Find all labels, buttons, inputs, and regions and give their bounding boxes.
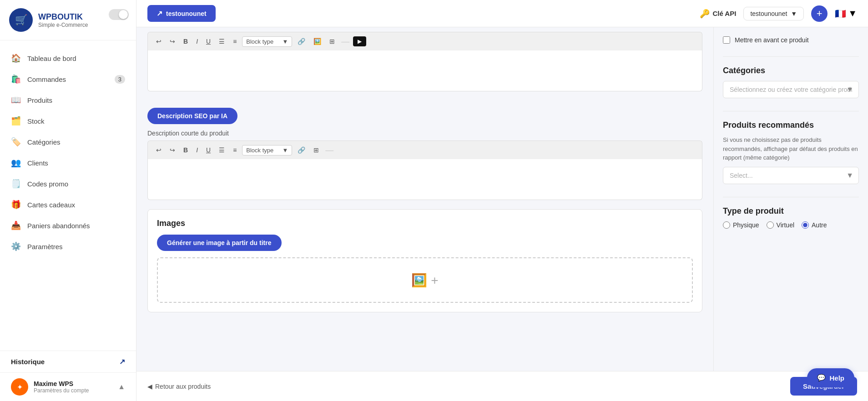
type-physique-radio[interactable] bbox=[723, 221, 730, 229]
recommended-section: Produits recommandés Si vous ne choisiss… bbox=[723, 120, 859, 184]
italic-button[interactable]: I bbox=[193, 145, 201, 155]
chevron-down-icon: ▼ bbox=[282, 147, 288, 154]
categories-select[interactable]: Sélectionnez ou créez votre catégorie pr… bbox=[723, 81, 859, 98]
sidebar-toggle[interactable] bbox=[109, 9, 129, 20]
key-icon: 🔑 bbox=[700, 9, 710, 19]
redo-button[interactable]: ↪ bbox=[167, 36, 178, 47]
content-area: ↩ ↪ B I U ☰ ≡ Block type ▼ 🔗 🖼️ ⊞ bbox=[136, 27, 868, 371]
products-icon: 📖 bbox=[11, 95, 21, 105]
divider-3 bbox=[723, 197, 859, 197]
main-wrapper: ↗ testounounet 🔑 Clé API testounounet ▼ … bbox=[136, 0, 868, 401]
categories-icon: 🏷️ bbox=[11, 137, 21, 147]
categories-section: Catégories Sélectionnez ou créez votre c… bbox=[723, 66, 859, 98]
undo-button[interactable]: ↩ bbox=[153, 145, 164, 155]
user-name: Maxime WPS bbox=[34, 380, 112, 387]
redo-button[interactable]: ↪ bbox=[167, 145, 178, 155]
site-button[interactable]: ↗ testounounet bbox=[147, 5, 216, 22]
generate-image-button[interactable]: Générer une image à partir du titre bbox=[157, 235, 282, 251]
list-button[interactable]: ☰ bbox=[216, 36, 227, 47]
sidebar-item-produits[interactable]: 📖 Produits bbox=[0, 90, 136, 110]
product-type-section: Type de produit Physique Virtuel Autre bbox=[723, 206, 859, 229]
chevron-down-icon: ▼ bbox=[848, 8, 857, 19]
sidebar-item-categories[interactable]: 🏷️ Catégories bbox=[0, 131, 136, 152]
type-virtuel[interactable]: Virtuel bbox=[767, 221, 794, 229]
short-desc-label: Description courte du produit bbox=[147, 130, 702, 137]
main-editor-body[interactable] bbox=[147, 50, 702, 91]
topbar: ↗ testounounet 🔑 Clé API testounounet ▼ … bbox=[136, 0, 868, 27]
account-selector[interactable]: testounounet ▼ bbox=[743, 7, 804, 20]
sidebar-item-label: Catégories bbox=[27, 138, 61, 146]
list-button[interactable]: ☰ bbox=[216, 145, 227, 155]
add-button[interactable]: + bbox=[811, 5, 828, 22]
logo-icon: 🛒 bbox=[9, 8, 33, 32]
table-button[interactable]: ⊞ bbox=[311, 145, 322, 155]
external-link-icon: ↗ bbox=[156, 9, 162, 18]
link-button[interactable]: 🔗 bbox=[295, 36, 308, 47]
underline-button[interactable]: U bbox=[203, 145, 213, 155]
feature-product-label: Mettre en avant ce produit bbox=[735, 36, 809, 44]
stock-icon: 🗂️ bbox=[11, 116, 21, 126]
back-button[interactable]: ◀ Retour aux produits bbox=[147, 383, 211, 390]
divider-1 bbox=[723, 56, 859, 57]
gift-icon: 🎁 bbox=[11, 200, 21, 210]
ordered-list-button[interactable]: ≡ bbox=[230, 36, 239, 47]
cart-icon: 📥 bbox=[11, 221, 21, 231]
italic-button[interactable]: I bbox=[193, 36, 201, 47]
image-button[interactable]: 🖼️ bbox=[311, 36, 324, 47]
recommended-select[interactable]: Select... bbox=[723, 167, 859, 184]
user-sub: Paramètres du compte bbox=[34, 387, 112, 394]
block-type-dropdown[interactable]: Block type ▼ bbox=[242, 36, 292, 47]
link-button[interactable]: 🔗 bbox=[295, 145, 308, 155]
external-link-icon[interactable]: ↗ bbox=[119, 357, 125, 366]
historique-section: Historique ↗ bbox=[0, 351, 136, 372]
user-profile[interactable]: ✦ Maxime WPS Paramètres du compte ▲ bbox=[0, 372, 136, 401]
bold-button[interactable]: B bbox=[181, 36, 191, 47]
sidebar-item-clients[interactable]: 👥 Clients bbox=[0, 152, 136, 173]
table-button[interactable]: ⊞ bbox=[327, 36, 338, 47]
main-editor-toolbar: ↩ ↪ B I U ☰ ≡ Block type ▼ 🔗 🖼️ ⊞ bbox=[147, 32, 702, 50]
type-autre-radio[interactable] bbox=[802, 221, 809, 229]
app-name: WPBOUTIK bbox=[38, 12, 88, 22]
image-upload-area[interactable]: 🖼️ + bbox=[157, 257, 693, 303]
language-selector[interactable]: 🇫🇷 ▼ bbox=[835, 8, 857, 19]
user-avatar: ✦ bbox=[11, 378, 28, 396]
short-desc-editor-section: ↩ ↪ B I U ☰ ≡ Block type ▼ 🔗 ⊞ — bbox=[147, 140, 702, 200]
video-button[interactable]: ▶ bbox=[353, 36, 366, 46]
sidebar-item-codes-promo[interactable]: 🗒️ Codes promo bbox=[0, 173, 136, 194]
seo-button[interactable]: Description SEO par IA bbox=[147, 108, 237, 124]
short-desc-editor-toolbar: ↩ ↪ B I U ☰ ≡ Block type ▼ 🔗 ⊞ — bbox=[147, 140, 702, 159]
categories-select-wrapper: Sélectionnez ou créez votre catégorie pr… bbox=[723, 81, 859, 98]
sidebar-item-parametres[interactable]: ⚙️ Paramètres bbox=[0, 236, 136, 257]
sidebar-item-label: Cartes cadeaux bbox=[27, 201, 75, 209]
right-panel: Mettre en avant ce produit Catégories Sé… bbox=[713, 27, 868, 371]
sidebar-item-commandes[interactable]: 🛍️ Commandes 3 bbox=[0, 69, 136, 90]
sidebar-item-label: Paramètres bbox=[27, 243, 63, 251]
recommended-desc: Si vous ne choisissez pas de produits re… bbox=[723, 135, 859, 162]
underline-button[interactable]: U bbox=[203, 36, 213, 47]
sidebar-item-stock[interactable]: 🗂️ Stock bbox=[0, 110, 136, 131]
images-section: Images Générer une image à partir du tit… bbox=[147, 209, 702, 312]
images-title: Images bbox=[157, 219, 693, 228]
clients-icon: 👥 bbox=[11, 158, 21, 168]
categories-title: Catégories bbox=[723, 66, 859, 75]
undo-button[interactable]: ↩ bbox=[153, 36, 164, 47]
sidebar-item-label: Tableau de bord bbox=[27, 55, 76, 62]
type-virtuel-radio[interactable] bbox=[767, 221, 774, 229]
help-icon: 💬 bbox=[817, 374, 826, 382]
type-autre[interactable]: Autre bbox=[802, 221, 827, 229]
short-desc-editor-body[interactable] bbox=[147, 159, 702, 200]
sidebar-item-paniers[interactable]: 📥 Paniers abandonnés bbox=[0, 215, 136, 236]
historique-label: Historique bbox=[11, 358, 45, 366]
ordered-list-button[interactable]: ≡ bbox=[230, 145, 239, 155]
sidebar-item-tableau[interactable]: 🏠 Tableau de bord bbox=[0, 48, 136, 69]
sidebar-item-cartes-cadeaux[interactable]: 🎁 Cartes cadeaux bbox=[0, 194, 136, 215]
bold-button[interactable]: B bbox=[181, 145, 191, 155]
sidebar-item-label: Stock bbox=[27, 117, 45, 125]
help-button[interactable]: 💬 Help bbox=[807, 368, 854, 387]
sidebar-logo: 🛒 WPBOUTIK Simple e-Commerce bbox=[0, 0, 136, 40]
block-type-dropdown-2[interactable]: Block type ▼ bbox=[242, 145, 292, 155]
feature-product-checkbox[interactable] bbox=[723, 36, 730, 44]
settings-icon: ⚙️ bbox=[11, 241, 21, 251]
type-physique[interactable]: Physique bbox=[723, 221, 759, 229]
arrow-left-icon: ◀ bbox=[147, 383, 152, 390]
